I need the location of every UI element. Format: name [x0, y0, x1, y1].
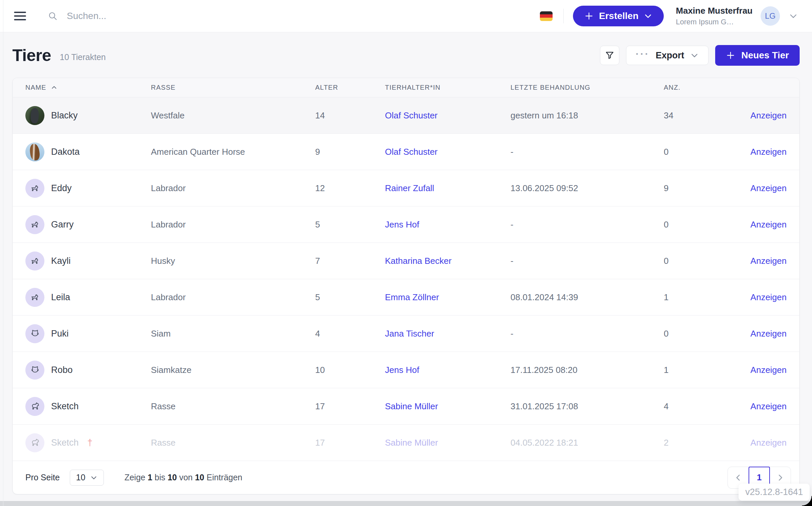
treatment-count: 34 [664, 110, 714, 121]
pet-name: Kayli [51, 256, 71, 266]
anzeigen-link[interactable]: Anzeigen [751, 256, 787, 266]
table-row[interactable]: Blacky Westfale 14 Olaf Schuster gestern… [13, 97, 799, 134]
column-header-breed[interactable]: RASSE [151, 84, 315, 91]
treatment-count: 0 [664, 147, 714, 157]
search-icon [48, 11, 58, 21]
horse-photo-dark-avatar [25, 106, 45, 125]
owner-link[interactable]: Katharina Becker [385, 256, 452, 266]
german-flag-icon[interactable] [540, 11, 553, 21]
plus-icon [584, 11, 594, 21]
horse-avatar [25, 397, 45, 416]
last-treatment: 31.01.2025 17:08 [511, 401, 664, 412]
dog-avatar [25, 252, 45, 270]
dog-avatar [25, 215, 45, 234]
table-row[interactable]: Puki Siam 4 Jana Tischer - 0 Anzeigen [13, 316, 799, 352]
export-button[interactable]: ··· Export [626, 46, 709, 65]
table-row[interactable]: Eddy Labrador 12 Rainer Zufall 13.06.202… [13, 170, 799, 206]
column-header-name[interactable]: NAME [25, 84, 151, 91]
table-footer: Pro Seite 10 Zeige 1 bis 10 von 10 Eintr… [13, 461, 799, 494]
user-name: Maxine Musterfrau [676, 6, 753, 16]
window-corner [802, 496, 812, 506]
bottom-strip [0, 501, 812, 506]
treatment-count: 1 [664, 292, 714, 303]
column-header-count[interactable]: ANZ. [664, 84, 714, 91]
last-treatment: - [511, 147, 664, 157]
column-header-last-treatment[interactable]: LETZTE BEHANDLUNG [511, 84, 664, 91]
last-treatment: 17.11.2025 08:20 [511, 365, 664, 375]
anzeigen-link[interactable]: Anzeigen [751, 438, 787, 448]
anzeigen-link[interactable]: Anzeigen [751, 147, 787, 157]
funnel-icon [604, 50, 615, 61]
create-button-label: Erstellen [599, 11, 638, 21]
create-button[interactable]: Erstellen [573, 6, 664, 26]
anzeigen-link[interactable]: Anzeigen [751, 183, 787, 193]
new-animal-button[interactable]: Neues Tier [715, 45, 800, 66]
user-menu[interactable]: Maxine Musterfrau Lorem Ipsum G… [676, 6, 753, 26]
last-treatment: 08.01.2024 14:39 [511, 292, 664, 303]
owner-link[interactable]: Jana Tischer [385, 329, 434, 339]
table-header-row: NAME RASSE ALTER TIERHALTER*IN LETZTE BE… [13, 78, 799, 97]
table-row[interactable]: Robo Siamkatze 10 Jens Hof 17.11.2025 08… [13, 352, 799, 388]
entries-summary: Zeige 1 bis 10 von 10 Einträgen [125, 473, 243, 482]
treatment-count: 0 [664, 329, 714, 339]
table-row[interactable]: Kayli Husky 7 Katharina Becker - 0 Anzei… [13, 243, 799, 279]
pet-name: Leila [51, 292, 70, 303]
owner-link[interactable]: Emma Zöllner [385, 292, 439, 302]
chevron-down-icon [644, 12, 653, 20]
breed: Labrador [151, 183, 315, 193]
per-page-select[interactable]: 10 [70, 470, 104, 486]
treatment-count: 1 [664, 365, 714, 375]
owner-link[interactable]: Sabine Müller [385, 401, 438, 411]
age: 4 [315, 329, 385, 339]
pet-name: Eddy [51, 183, 72, 193]
menu-icon[interactable] [14, 12, 26, 20]
last-treatment: - [511, 256, 664, 266]
search-input[interactable] [67, 11, 367, 21]
treatment-count: 2 [664, 438, 714, 448]
page-title: Tiere [12, 46, 51, 65]
column-header-age[interactable]: ALTER [315, 84, 385, 91]
anzeigen-link[interactable]: Anzeigen [751, 365, 787, 375]
owner-link[interactable]: Olaf Schuster [385, 110, 438, 120]
user-chevron-down-icon[interactable] [789, 11, 798, 21]
age: 17 [315, 438, 385, 448]
owner-link[interactable]: Olaf Schuster [385, 147, 438, 157]
horse-photo-light-avatar [25, 143, 45, 161]
owner-link[interactable]: Sabine Müller [385, 438, 438, 448]
table-row[interactable]: Dakota American Quarter Horse 9 Olaf Sch… [13, 134, 799, 170]
record-count: 10 Tierakten [60, 52, 106, 62]
window-edge [3, 0, 3, 506]
anzeigen-link[interactable]: Anzeigen [751, 329, 787, 339]
table-row[interactable]: Leila Labrador 5 Emma Zöllner 08.01.2024… [13, 279, 799, 316]
filter-button[interactable] [600, 46, 619, 65]
owner-link[interactable]: Jens Hof [385, 220, 419, 230]
anzeigen-link[interactable]: Anzeigen [751, 401, 787, 411]
owner-link[interactable]: Jens Hof [385, 365, 419, 375]
table-row[interactable]: Sketch † Rasse 17 Sabine Müller 04.05.20… [13, 425, 799, 461]
breed: American Quarter Horse [151, 147, 315, 157]
deceased-icon: † [87, 437, 93, 448]
breed: Labrador [151, 220, 315, 230]
table-row[interactable]: Sketch Rasse 17 Sabine Müller 31.01.2025… [13, 388, 799, 425]
last-treatment: - [511, 220, 664, 230]
user-avatar[interactable]: LG [761, 6, 780, 26]
anzeigen-link[interactable]: Anzeigen [751, 220, 787, 230]
owner-link[interactable]: Rainer Zufall [385, 183, 434, 193]
treatment-count: 0 [664, 220, 714, 230]
column-header-owner[interactable]: TIERHALTER*IN [385, 84, 511, 91]
anzeigen-link[interactable]: Anzeigen [751, 110, 787, 120]
pet-name: Sketch [51, 401, 79, 412]
age: 7 [315, 256, 385, 266]
age: 5 [315, 292, 385, 303]
pet-name: Puki [51, 329, 69, 339]
anzeigen-link[interactable]: Anzeigen [751, 292, 787, 302]
pet-name: Garry [51, 220, 74, 230]
breed: Rasse [151, 438, 315, 448]
table-row[interactable]: Garry Labrador 5 Jens Hof - 0 Anzeigen [13, 206, 799, 243]
new-animal-button-label: Neues Tier [741, 50, 789, 61]
chevron-right-icon [776, 473, 785, 482]
pet-name: Robo [51, 365, 73, 375]
last-treatment: gestern um 16:18 [511, 110, 664, 121]
global-search [48, 11, 540, 21]
treatment-count: 0 [664, 256, 714, 266]
